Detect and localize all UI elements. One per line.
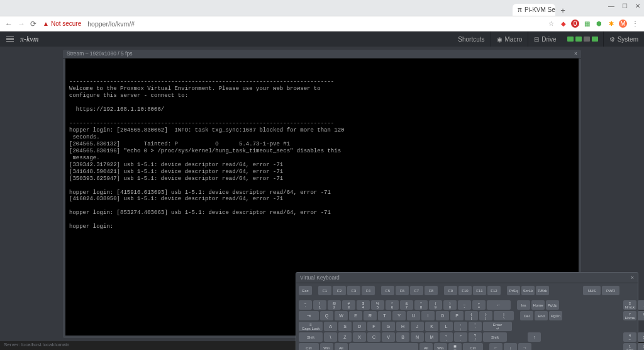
key-c[interactable]: C <box>367 332 380 342</box>
key-[interactable]: ← <box>489 343 502 350</box>
star-icon[interactable]: ☆ <box>547 20 555 28</box>
ext-icon-2[interactable]: 0 <box>571 20 579 28</box>
browser-tab[interactable]: π Pi-KVM Session: loc… × <box>513 4 555 16</box>
close-icon[interactable]: ✕ <box>635 3 640 9</box>
key-[interactable]: ⇥ <box>299 311 319 320</box>
key-0[interactable]: )0 <box>443 300 457 310</box>
key-p[interactable]: P <box>450 311 464 320</box>
key-u[interactable]: U <box>407 311 420 320</box>
key-y[interactable]: Y <box>392 311 406 320</box>
key-win[interactable]: Win <box>434 343 447 350</box>
key-pgup[interactable]: PgUp <box>546 300 559 310</box>
key-del[interactable]: Del <box>520 311 533 320</box>
key-[interactable]: / <box>638 300 644 310</box>
url-text[interactable]: hopper/lo/kvm/# <box>87 20 135 28</box>
stream-close-icon[interactable]: × <box>574 50 577 57</box>
key-f2[interactable]: F2 <box>333 286 346 295</box>
key-home[interactable]: Home <box>531 300 545 310</box>
key-q[interactable]: Q <box>320 311 333 320</box>
key-ins[interactable]: Ins <box>517 300 530 310</box>
reload-icon[interactable]: ⟳ <box>30 20 36 28</box>
key-[interactable]: \ <box>324 332 337 342</box>
key-4[interactable]: 4← <box>623 332 636 342</box>
key-f[interactable]: F <box>367 322 380 331</box>
key-caps-lock[interactable]: ≡Caps Lock <box>299 322 323 331</box>
key-pwr[interactable]: PWR <box>602 286 619 295</box>
key-d[interactable]: D <box>353 322 366 331</box>
profile-avatar[interactable]: M <box>619 20 627 28</box>
key-f4[interactable]: F4 <box>362 286 375 295</box>
key-end[interactable]: End <box>535 311 548 320</box>
key-4[interactable]: $4 <box>357 300 370 310</box>
key-h[interactable]: H <box>396 322 409 331</box>
key-n[interactable]: N <box>411 332 424 342</box>
key-t[interactable]: T <box>378 311 391 320</box>
hamburger-icon[interactable] <box>0 37 20 42</box>
key-f1[interactable]: F1 <box>318 286 331 295</box>
key-s[interactable]: S <box>338 322 352 331</box>
key-f6[interactable]: F6 <box>396 286 409 295</box>
macro-button[interactable]: ◉Macro <box>491 31 528 47</box>
drive-button[interactable]: ⊟Drive <box>528 31 562 47</box>
ext-icon-4[interactable]: ⬢ <box>595 20 603 28</box>
key-alt[interactable]: Alt <box>335 343 348 350</box>
shortcuts-button[interactable]: Shortcuts <box>452 31 490 47</box>
key-[interactable]: ?/ <box>469 332 482 342</box>
ext-icon-3[interactable]: ▦ <box>583 20 591 28</box>
forward-icon[interactable]: → <box>18 20 25 28</box>
new-tab-button[interactable]: + <box>558 6 568 16</box>
menu-icon[interactable]: ⋮ <box>631 20 639 28</box>
key-[interactable]: ← <box>487 300 511 310</box>
key-v[interactable]: V <box>382 332 395 342</box>
key-esc[interactable]: Esc <box>299 286 312 295</box>
key-f7[interactable]: F7 <box>410 286 423 295</box>
key-[interactable]: >. <box>454 332 467 342</box>
key-8[interactable]: *8 <box>414 300 428 310</box>
key-[interactable]: {[ <box>465 311 478 320</box>
vk-close-icon[interactable]: × <box>631 274 634 281</box>
key-[interactable]: ↑ <box>528 332 541 342</box>
key-[interactable]: |\ <box>494 311 514 320</box>
key-nmlk[interactable]: ≡NmLk <box>623 300 636 310</box>
key-[interactable]: ~` <box>299 300 312 310</box>
key-f5[interactable]: F5 <box>381 286 394 295</box>
key-r[interactable]: R <box>364 311 377 320</box>
key-5[interactable]: %5 <box>371 300 384 310</box>
key-p-brk[interactable]: P/Brk <box>536 286 549 295</box>
key-win[interactable]: Win <box>320 343 333 350</box>
key-f10[interactable]: F10 <box>458 286 472 295</box>
ext-icon-5[interactable]: ✱ <box>607 20 615 28</box>
vk-header[interactable]: Virtual Keyboard × <box>296 273 638 283</box>
key-z[interactable]: Z <box>338 332 352 342</box>
system-button[interactable]: ⚙System <box>603 31 644 47</box>
minimize-icon[interactable]: — <box>608 3 614 9</box>
key-f12[interactable]: F12 <box>487 286 501 295</box>
key-f9[interactable]: F9 <box>444 286 457 295</box>
key-m[interactable]: M <box>425 332 438 342</box>
key-prsq[interactable]: PrSq <box>507 286 520 295</box>
ext-icon-1[interactable]: ◆ <box>559 20 567 28</box>
key-[interactable]: "' <box>469 322 482 331</box>
key-f3[interactable]: F3 <box>347 286 360 295</box>
key-x[interactable]: X <box>353 332 366 342</box>
key-shift[interactable]: Shift <box>483 332 507 342</box>
key-3[interactable]: #3 <box>342 300 355 310</box>
key-8[interactable]: 8↑ <box>638 311 644 320</box>
back-icon[interactable]: ← <box>5 20 13 28</box>
key-pgdn[interactable]: PgDn <box>549 311 562 320</box>
key-[interactable]: :; <box>454 322 467 331</box>
key-1-end[interactable]: 1End <box>623 343 636 350</box>
key-f8[interactable]: F8 <box>425 286 438 295</box>
key-[interactable] <box>349 343 418 350</box>
key-w[interactable]: W <box>335 311 348 320</box>
key-scrlk[interactable]: ScrLk <box>521 286 535 295</box>
key-alt[interactable]: Alt <box>419 343 433 350</box>
key-2[interactable]: 2↓ <box>638 343 644 350</box>
key-nus[interactable]: NUS <box>583 286 601 295</box>
key-[interactable]: += <box>472 300 486 310</box>
key-f11[interactable]: F11 <box>473 286 486 295</box>
key-shift[interactable]: Shift <box>299 332 323 342</box>
key-[interactable]: ↓ <box>504 343 517 350</box>
key-[interactable]: _- <box>458 300 471 310</box>
key-k[interactable]: K <box>425 322 438 331</box>
